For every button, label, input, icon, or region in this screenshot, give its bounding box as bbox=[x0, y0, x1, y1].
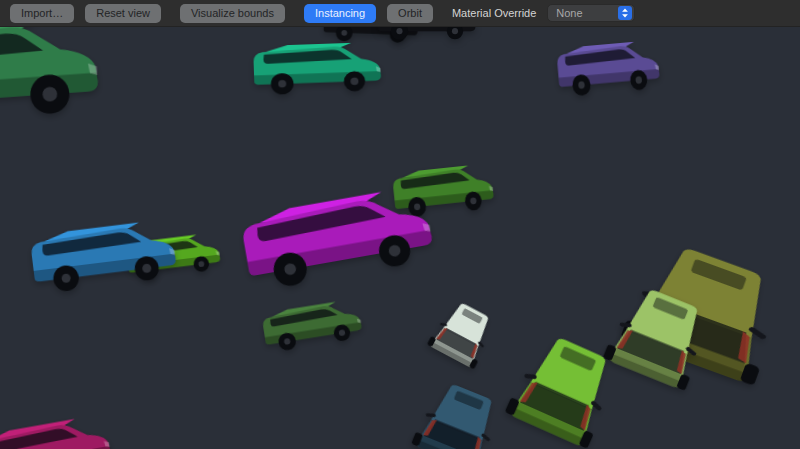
car-blue-mid-left bbox=[20, 213, 192, 307]
material-override-label: Material Override bbox=[452, 7, 536, 19]
car-green-mid-right bbox=[385, 159, 504, 229]
material-override-dropdown[interactable]: None bbox=[547, 4, 635, 22]
car-green-bottom bbox=[496, 325, 631, 449]
material-override-value: None bbox=[556, 7, 582, 19]
car-underbody-b bbox=[372, 27, 484, 48]
car-white-small bbox=[421, 294, 502, 375]
visualize-bounds-button[interactable]: Visualize bounds bbox=[180, 4, 285, 23]
dropdown-stepper-icon bbox=[618, 6, 632, 20]
car-olive-right bbox=[608, 231, 799, 398]
car-lime-mid-left bbox=[119, 229, 230, 290]
orbit-button[interactable]: Orbit bbox=[387, 4, 433, 23]
car-magenta-large bbox=[227, 177, 455, 310]
car-dark-green-small bbox=[255, 295, 374, 363]
import-button[interactable]: Import… bbox=[10, 4, 74, 23]
instancing-button[interactable]: Instancing bbox=[304, 4, 376, 23]
car-teal-top bbox=[245, 38, 393, 105]
model-viewer-window: Import… Reset view Visualize bounds Inst… bbox=[0, 0, 800, 449]
car-underbody-a bbox=[317, 27, 427, 52]
car-dark-blue-bottom bbox=[404, 374, 512, 449]
car-light-green-right bbox=[594, 278, 721, 401]
reset-view-button[interactable]: Reset view bbox=[85, 4, 161, 23]
viewport-3d[interactable] bbox=[0, 27, 800, 449]
toolbar: Import… Reset view Visualize bounds Inst… bbox=[0, 0, 800, 27]
car-green-front-left bbox=[0, 27, 122, 148]
car-magenta-corner bbox=[0, 408, 127, 449]
car-purple-top-right bbox=[550, 36, 671, 108]
